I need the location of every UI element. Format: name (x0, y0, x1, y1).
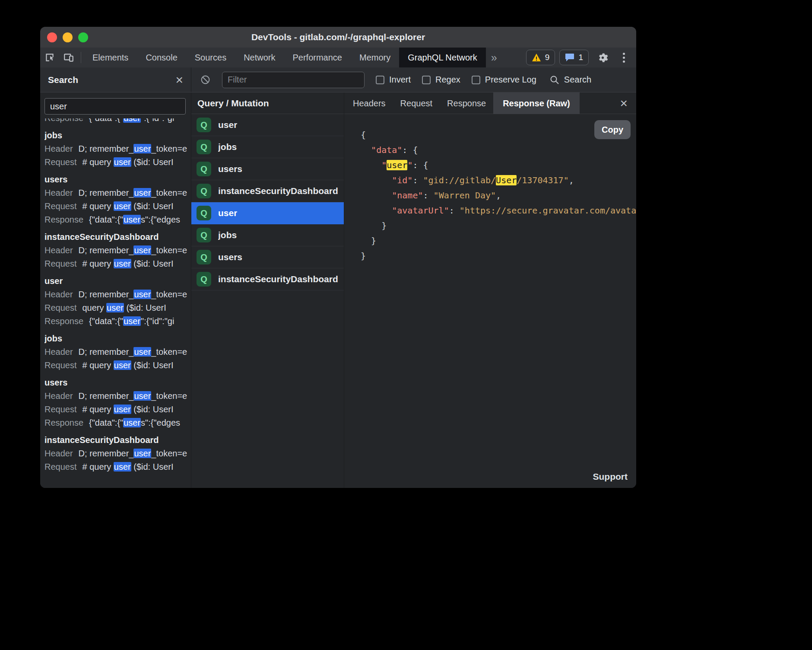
result-line-text: # query user ($id: UserI (82, 405, 174, 414)
request-label: Request (44, 462, 77, 472)
search-result-line[interactable]: Request# query user ($id: UserI (44, 156, 191, 169)
search-result-line[interactable]: Response{"data":{"user":{"id":"gi (44, 118, 191, 125)
result-line-text: # query user ($id: UserI (82, 462, 174, 472)
search-result-group-title[interactable]: user (44, 274, 191, 288)
search-result-group-title[interactable]: users (44, 173, 191, 186)
support-link[interactable]: Support (593, 472, 628, 482)
match-highlight: user (114, 259, 131, 268)
search-result-line[interactable]: Response{"data":{"user":{"id":"gi (44, 315, 191, 328)
match-highlight: user (114, 462, 131, 472)
header-label: Header (44, 391, 73, 401)
response-label: Response (44, 118, 83, 123)
zoom-window-button[interactable] (78, 32, 88, 42)
detail-tab-headers[interactable]: Headers (346, 92, 393, 114)
query-list-item[interactable]: Qusers (191, 158, 344, 180)
settings-button[interactable] (593, 52, 612, 64)
query-list-item[interactable]: Qjobs (191, 136, 344, 158)
search-result-group-title[interactable]: jobs (44, 332, 191, 345)
response-label: Response (44, 215, 83, 224)
search-result-line[interactable]: Request# query user ($id: UserI (44, 200, 191, 213)
partial-result-row[interactable]: Response{"data":{"user":{"id":"gi (44, 118, 191, 125)
match-highlight: user (133, 449, 151, 458)
result-line-text: D; remember_user_token=e (79, 449, 187, 458)
tab-graphql-network[interactable]: GraphQL Network (399, 48, 485, 67)
json-line: "user": { (361, 158, 636, 173)
search-result-group-title[interactable]: instanceSecurityDashboard (44, 230, 191, 244)
tab-memory[interactable]: Memory (351, 48, 399, 67)
request-label: Request (44, 303, 77, 312)
search-result-line[interactable]: HeaderD; remember_user_token=e (44, 142, 191, 156)
query-list-item[interactable]: Qjobs (191, 224, 344, 246)
detail-tab-request[interactable]: Request (393, 92, 440, 114)
tab-sources[interactable]: Sources (186, 48, 235, 67)
request-label: Request (44, 201, 77, 211)
menu-button[interactable] (616, 53, 631, 63)
close-window-button[interactable] (47, 32, 57, 42)
search-result-line[interactable]: HeaderD; remember_user_token=e (44, 288, 191, 301)
main-content: Response{"data":{"user":{"id":"gijobsHea… (40, 92, 636, 488)
search-result-group-title[interactable]: jobs (44, 129, 191, 142)
tab-elements[interactable]: Elements (84, 48, 137, 67)
detail-tabs-list: HeadersRequestResponseResponse (Raw) (346, 92, 580, 114)
inspect-element-button[interactable] (40, 48, 59, 67)
search-input[interactable] (44, 98, 186, 115)
warnings-badge[interactable]: 9 (526, 50, 555, 65)
tab-console[interactable]: Console (137, 48, 186, 67)
query-list-item[interactable]: Quser (191, 202, 344, 224)
query-list-item[interactable]: Qusers (191, 246, 344, 268)
search-toggle[interactable]: Search (549, 75, 591, 85)
search-result-line[interactable]: Request# query user ($id: UserI (44, 460, 191, 474)
search-result-line[interactable]: HeaderD; remember_user_token=e (44, 186, 191, 200)
filter-input[interactable] (222, 72, 365, 88)
query-list-item[interactable]: QinstanceSecurityDashboard (191, 268, 344, 290)
query-list-item[interactable]: QinstanceSecurityDashboard (191, 180, 344, 202)
checkbox-invert[interactable]: Invert (376, 75, 411, 85)
search-result-line[interactable]: Request# query user ($id: UserI (44, 403, 191, 416)
gear-icon (597, 52, 609, 64)
detail-tab-response-raw[interactable]: Response (Raw) (493, 92, 580, 114)
search-result-line[interactable]: HeaderD; remember_user_token=e (44, 345, 191, 359)
device-toolbar-button[interactable] (59, 48, 78, 67)
detail-close-button[interactable]: × (611, 92, 636, 114)
toolbar-tabs: ElementsConsoleSourcesNetworkPerformance… (84, 48, 486, 67)
result-line-text: {"data":{"users":{"edges (89, 215, 180, 224)
search-result-line[interactable]: HeaderD; remember_user_token=e (44, 447, 191, 460)
filter-bar: InvertRegexPreserve Log Search (191, 67, 636, 92)
result-line-text: {"data":{"user":{"id":"gi (89, 118, 174, 123)
search-result-group-title[interactable]: users (44, 376, 191, 389)
search-panel: Response{"data":{"user":{"id":"gijobsHea… (40, 92, 191, 488)
search-result-line[interactable]: HeaderD; remember_user_token=e (44, 244, 191, 257)
search-panel-close-icon[interactable]: × (175, 73, 183, 86)
close-icon: × (620, 97, 628, 110)
detail-tab-response[interactable]: Response (440, 92, 493, 114)
search-result-line[interactable]: HeaderD; remember_user_token=e (44, 389, 191, 403)
search-result-line[interactable]: Requestquery user ($id: UserI (44, 301, 191, 315)
json-line: } (361, 249, 636, 264)
devtools-window: DevTools - gitlab.com/-/graphql-explorer… (40, 27, 636, 488)
minimize-window-button[interactable] (63, 32, 73, 42)
traffic-lights (47, 27, 88, 48)
search-result-line[interactable]: Response{"data":{"users":{"edges (44, 416, 191, 430)
query-badge-icon: Q (197, 228, 211, 242)
query-list-item[interactable]: Quser (191, 114, 344, 136)
toolbar-separator (81, 52, 81, 63)
search-result-line[interactable]: Request# query user ($id: UserI (44, 257, 191, 271)
search-result-line[interactable]: Request# query user ($id: UserI (44, 359, 191, 372)
clear-filter-button[interactable] (200, 74, 211, 85)
checkbox-label: Invert (389, 75, 411, 85)
query-badge-icon: Q (197, 140, 211, 154)
window-title: DevTools - gitlab.com/-/graphql-explorer (251, 32, 425, 42)
messages-badge[interactable]: 1 (559, 50, 589, 65)
search-result-group-title[interactable]: instanceSecurityDashboard (44, 433, 191, 447)
tab-performance[interactable]: Performance (284, 48, 351, 67)
header-label: Header (44, 188, 73, 198)
checkbox-regex[interactable]: Regex (422, 75, 460, 85)
tab-network[interactable]: Network (235, 48, 284, 67)
search-result-line[interactable]: Response{"data":{"users":{"edges (44, 213, 191, 226)
more-tabs-chevron-icon[interactable]: » (486, 48, 502, 67)
checkbox-preserve-log[interactable]: Preserve Log (472, 75, 536, 85)
match-highlight: user (114, 201, 131, 211)
query-label: jobs (218, 142, 237, 152)
copy-button[interactable]: Copy (594, 120, 631, 139)
search-icon (549, 75, 560, 85)
